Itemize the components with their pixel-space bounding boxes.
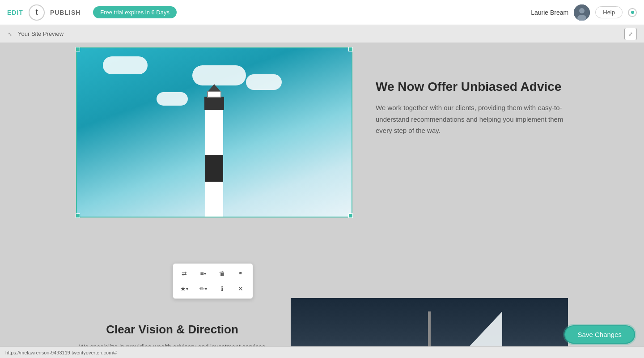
cloud-4 <box>157 92 188 106</box>
section2-heading: Clear Vision & Direction <box>76 323 268 337</box>
collapse-icon[interactable]: ↔ <box>5 29 15 38</box>
publish-button[interactable]: PUBLISH <box>50 9 80 16</box>
fullscreen-button[interactable]: ⤢ <box>624 28 637 40</box>
tower-light <box>207 91 221 98</box>
edit-button[interactable]: EDIT <box>7 9 23 16</box>
preview-label: Your Site Preview <box>18 30 64 37</box>
preview-bar: ↔ Your Site Preview ⤢ <box>0 25 644 43</box>
toolbar-delete-button[interactable]: 🗑 <box>213 266 230 281</box>
toolbar-settings-button[interactable]: ⇄ <box>176 266 193 281</box>
handle-bottom-left[interactable] <box>76 213 80 218</box>
toolbar-link-button[interactable]: ⚭ <box>232 266 249 281</box>
svg-point-1 <box>579 8 585 13</box>
handle-top-left[interactable] <box>76 47 80 51</box>
save-changes-button[interactable]: Save Changes <box>564 325 635 344</box>
status-bar: https://melawrenson-9493119.twentyoverte… <box>0 346 644 358</box>
tower-stripe <box>205 155 223 182</box>
status-url: https://melawrenson-9493119.twentyoverte… <box>5 350 117 355</box>
user-name: Laurie Bream <box>531 9 568 16</box>
content-area: ⇄ ≡ ▾ 🗑 ⚭ ★ ▾ ✏ ▾ ℹ ✕ We Now Offer Unbia… <box>0 43 644 358</box>
main-heading: We Now Offer Unbiased Advice <box>376 79 572 95</box>
notification-dot[interactable] <box>628 8 637 17</box>
toolbar-star-button[interactable]: ★ ▾ <box>176 281 193 296</box>
toolbar-edit-button[interactable]: ✏ ▾ <box>195 281 212 296</box>
cloud-2 <box>246 74 282 90</box>
text-block-right: We Now Offer Unbiased Advice We work tog… <box>376 79 572 136</box>
toolbar-close-button[interactable]: ✕ <box>232 281 249 296</box>
floating-toolbar: ⇄ ≡ ▾ 🗑 ⚭ ★ ▾ ✏ ▾ ℹ ✕ <box>173 263 253 299</box>
toolbar-info-button[interactable]: ℹ <box>213 281 230 296</box>
toolbar-align-button[interactable]: ≡ ▾ <box>195 266 212 281</box>
lighthouse-tower <box>201 92 228 217</box>
cloud-3 <box>103 56 148 74</box>
handle-bottom-right[interactable] <box>348 213 353 218</box>
cloud-1 <box>192 65 246 85</box>
trial-badge[interactable]: Free trial expires in 6 Days <box>93 6 177 18</box>
lighthouse-image <box>76 47 352 217</box>
topbar: EDIT t PUBLISH Free trial expires in 6 D… <box>0 0 644 25</box>
main-body-text: We work together with our clients, provi… <box>376 102 572 136</box>
lighthouse-image-block[interactable] <box>76 47 352 217</box>
help-button[interactable]: Help <box>595 6 623 18</box>
logo: t <box>29 4 45 21</box>
topbar-left: EDIT t PUBLISH Free trial expires in 6 D… <box>7 4 177 21</box>
topbar-right: Laurie Bream Help <box>531 4 637 21</box>
tower-top <box>204 97 224 110</box>
handle-top-right[interactable] <box>348 47 353 51</box>
avatar <box>574 4 590 21</box>
